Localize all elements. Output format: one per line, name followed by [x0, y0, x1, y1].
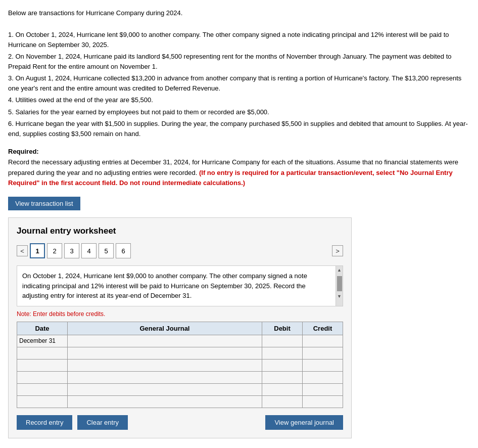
note-text: Note: Enter debits before credits.	[17, 310, 343, 318]
action-buttons: Record entry Clear entry View general jo…	[17, 415, 343, 430]
scenario-box: On October 1, 2024, Hurricane lent $9,00…	[17, 265, 343, 306]
scrollbar-down[interactable]: ▼	[336, 292, 343, 301]
credit-cell-6[interactable]	[303, 395, 343, 408]
intro-item-1: 1. On October 1, 2024, Hurricane lent $9…	[8, 30, 470, 50]
credit-cell-4[interactable]	[303, 371, 343, 383]
credit-input-4[interactable]	[303, 372, 343, 383]
date-cell-6	[17, 395, 68, 408]
debit-cell-5[interactable]	[262, 383, 303, 395]
table-row: December 31	[17, 335, 343, 347]
table-row	[17, 383, 343, 395]
debit-cell-6[interactable]	[262, 395, 303, 408]
debit-cell-4[interactable]	[262, 371, 303, 383]
tab-prev-arrow[interactable]: <	[17, 245, 28, 256]
intro-item-3: 3. On August 1, 2024, Hurricane collecte…	[8, 73, 470, 93]
journal-input-3[interactable]	[68, 360, 262, 371]
scenario-text: On October 1, 2024, Hurricane lent $9,00…	[22, 272, 307, 299]
debit-input-3[interactable]	[262, 360, 302, 371]
journal-cell-2[interactable]	[68, 347, 262, 359]
required-label: Required:	[8, 148, 39, 155]
date-cell-3	[17, 359, 68, 371]
debit-input-1[interactable]	[262, 335, 302, 347]
col-header-date: Date	[17, 322, 68, 335]
journal-cell-4[interactable]	[68, 371, 262, 383]
scrollbar-up[interactable]: ▲	[336, 266, 343, 275]
worksheet-container: Journal entry worksheet < 1 2 3 4 5 6 > …	[8, 217, 352, 438]
date-cell-5	[17, 383, 68, 395]
col-header-journal: General Journal	[68, 322, 262, 335]
debit-input-6[interactable]	[262, 396, 302, 408]
debit-input-2[interactable]	[262, 347, 302, 359]
credit-input-5[interactable]	[303, 384, 343, 395]
journal-cell-1[interactable]	[68, 335, 262, 347]
date-cell-4	[17, 371, 68, 383]
date-cell-2	[17, 347, 68, 359]
journal-input-1[interactable]	[68, 335, 262, 347]
debit-cell-3[interactable]	[262, 359, 303, 371]
table-row	[17, 371, 343, 383]
date-cell-1: December 31	[17, 335, 68, 347]
tab-2[interactable]: 2	[47, 243, 62, 258]
required-section: Required: Record the necessary adjusting…	[8, 147, 470, 189]
table-row	[17, 347, 343, 359]
tab-3[interactable]: 3	[64, 243, 79, 258]
record-entry-button[interactable]: Record entry	[17, 415, 72, 430]
worksheet-title: Journal entry worksheet	[17, 226, 343, 236]
debit-cell-1[interactable]	[262, 335, 303, 347]
journal-cell-6[interactable]	[68, 395, 262, 408]
credit-input-1[interactable]	[303, 335, 343, 347]
col-header-debit: Debit	[262, 322, 303, 335]
debit-input-4[interactable]	[262, 372, 302, 383]
debit-cell-2[interactable]	[262, 347, 303, 359]
journal-input-5[interactable]	[68, 384, 262, 395]
tab-next-arrow[interactable]: >	[332, 245, 343, 256]
credit-cell-2[interactable]	[303, 347, 343, 359]
journal-table: Date General Journal Debit Credit Decemb…	[17, 322, 343, 408]
journal-cell-3[interactable]	[68, 359, 262, 371]
tab-1[interactable]: 1	[30, 243, 45, 258]
intro-item-2: 2. On November 1, 2024, Hurricane paid i…	[8, 52, 470, 71]
intro-item-6: 6. Hurricane began the year with $1,500 …	[8, 119, 470, 139]
journal-input-4[interactable]	[68, 372, 262, 383]
tab-4[interactable]: 4	[81, 243, 97, 258]
credit-input-2[interactable]	[303, 347, 343, 359]
view-general-journal-button[interactable]: View general journal	[265, 415, 343, 430]
credit-input-3[interactable]	[303, 360, 343, 371]
tab-navigation: < 1 2 3 4 5 6 >	[17, 243, 343, 258]
intro-item-5: 5. Salaries for the year earned by emplo…	[8, 107, 470, 117]
debit-input-5[interactable]	[262, 384, 302, 395]
credit-cell-3[interactable]	[303, 359, 343, 371]
journal-input-2[interactable]	[68, 347, 262, 359]
journal-input-6[interactable]	[68, 396, 262, 408]
tab-6[interactable]: 6	[116, 243, 131, 258]
intro-section: Below are transactions for Hurricane Com…	[8, 8, 470, 139]
credit-cell-1[interactable]	[303, 335, 343, 347]
intro-item-4: 4. Utilities owed at the end of the year…	[8, 95, 470, 105]
table-row	[17, 359, 343, 371]
credit-input-6[interactable]	[303, 396, 343, 408]
intro-heading: Below are transactions for Hurricane Com…	[8, 8, 470, 18]
credit-cell-5[interactable]	[303, 383, 343, 395]
journal-cell-5[interactable]	[68, 383, 262, 395]
scrollbar-thumb	[337, 276, 342, 291]
view-transaction-button[interactable]: View transaction list	[8, 197, 80, 210]
clear-entry-button[interactable]: Clear entry	[77, 415, 128, 430]
table-row	[17, 395, 343, 408]
tab-5[interactable]: 5	[99, 243, 114, 258]
col-header-credit: Credit	[303, 322, 343, 335]
